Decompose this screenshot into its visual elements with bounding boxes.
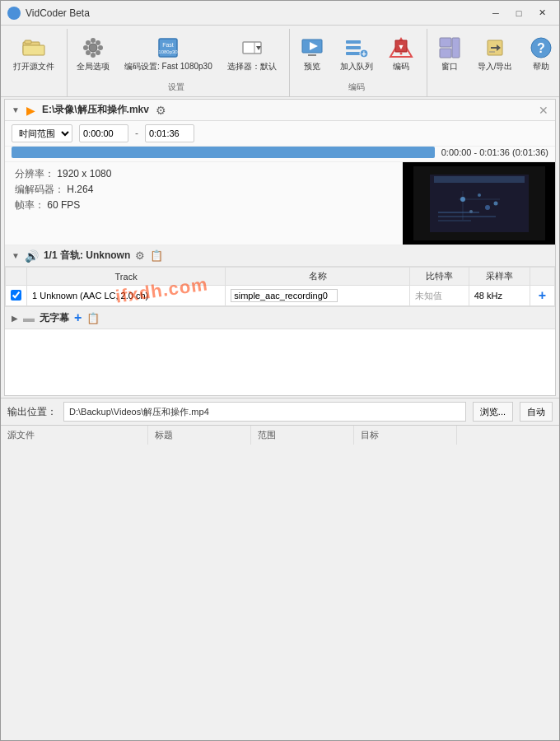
svg-rect-43 bbox=[434, 176, 525, 183]
track-desc: Unknown (AAC LC, 2.0 ch) bbox=[40, 291, 148, 301]
toolbar-group-settings: 全局选项 Fast 1080p30 编码设置: Fast 1080p30 bbox=[68, 29, 290, 96]
bottom-area bbox=[1, 445, 559, 740]
preview-label: 预览 bbox=[304, 61, 320, 72]
add-track-header bbox=[530, 268, 554, 286]
import-export-icon bbox=[482, 35, 508, 61]
svg-text:▼: ▼ bbox=[397, 43, 404, 51]
track-samplerate-cell: 48 kHz bbox=[469, 286, 530, 306]
svg-text:1080p30: 1080p30 bbox=[159, 49, 179, 54]
queue-source-header: 源文件 bbox=[1, 426, 148, 445]
track-checkbox-cell bbox=[6, 286, 27, 306]
add-track-button[interactable]: + bbox=[535, 288, 549, 303]
preview-button[interactable]: 预览 bbox=[293, 30, 331, 77]
toolbar: 打开源文件 bbox=[1, 26, 559, 97]
file-info: 分辨率： 1920 x 1080 编解码器： H.264 帧率： 60 FPS bbox=[5, 162, 403, 245]
selector-icon bbox=[239, 35, 265, 61]
toolbar-group-open: 打开源文件 bbox=[4, 29, 68, 96]
seek-bar-container bbox=[12, 147, 435, 158]
help-button[interactable]: ? 帮助 bbox=[522, 30, 560, 77]
codec-value: H.264 bbox=[67, 184, 93, 195]
source-filename: E:\录像\解压和操作.mkv bbox=[42, 103, 149, 117]
subtitle-section-header: ▶ ▬ 无字幕 + 📋 bbox=[5, 306, 555, 329]
selector-button[interactable]: 选择器：默认 bbox=[222, 30, 282, 77]
resolution-label: 分辨率： bbox=[15, 168, 54, 179]
main-content: ▼ ▶ E:\录像\解压和操作.mkv ⚙ ✕ 时间范围 - 0:00:00 -… bbox=[4, 99, 556, 396]
collapse-arrow-icon[interactable]: ▼ bbox=[12, 105, 20, 114]
source-gear-icon[interactable]: ⚙ bbox=[156, 104, 166, 117]
app-icon bbox=[7, 7, 21, 20]
audio-gear-icon[interactable]: ⚙ bbox=[135, 249, 145, 262]
audio-section-label: 1/1 音轨: Unknown bbox=[44, 249, 130, 263]
close-button[interactable]: ✕ bbox=[531, 5, 553, 21]
svg-rect-34 bbox=[452, 38, 460, 58]
audio-collapse-icon[interactable]: ▼ bbox=[12, 251, 20, 260]
time-start-input[interactable] bbox=[79, 124, 128, 142]
track-check-header bbox=[6, 268, 27, 286]
time-separator: - bbox=[135, 128, 138, 139]
svg-point-48 bbox=[485, 205, 490, 210]
main-window: VidCoder Beta ─ □ ✕ 打开源文件 bbox=[0, 0, 560, 741]
encoding-group-label: 编码 bbox=[293, 82, 420, 93]
svg-text:?: ? bbox=[537, 41, 545, 55]
window-label: 窗口 bbox=[441, 61, 458, 72]
svg-point-5 bbox=[91, 53, 96, 58]
subtitle-add-icon[interactable]: + bbox=[74, 310, 82, 325]
window-button[interactable]: 窗口 bbox=[431, 30, 469, 77]
queue-header: 源文件 标题 范围 目标 bbox=[1, 425, 559, 445]
svg-text:Fast: Fast bbox=[163, 42, 175, 48]
global-options-icon bbox=[80, 35, 106, 61]
encode-icon: ▼ bbox=[388, 35, 414, 61]
track-name-cell bbox=[226, 286, 410, 306]
seek-time-label: 0:00:00 - 0:01:36 (0:01:36) bbox=[441, 147, 548, 157]
svg-rect-20 bbox=[308, 54, 316, 56]
time-range-select[interactable]: 时间范围 bbox=[12, 124, 72, 142]
audio-copy-icon[interactable]: 📋 bbox=[150, 249, 163, 262]
track-name-input[interactable] bbox=[231, 289, 338, 302]
encode-button[interactable]: ▼ 编码 bbox=[382, 30, 420, 77]
track-checkbox[interactable] bbox=[11, 290, 21, 301]
svg-rect-32 bbox=[440, 38, 451, 47]
auto-button[interactable]: 自动 bbox=[520, 402, 553, 422]
codec-row: 编解码器： H.264 bbox=[15, 183, 393, 197]
audio-section-header: ▼ 🔊 1/1 音轨: Unknown ⚙ 📋 bbox=[5, 245, 555, 267]
source-header: ▼ ▶ E:\录像\解压和操作.mkv ⚙ ✕ bbox=[5, 100, 555, 121]
add-track-cell: + bbox=[530, 286, 554, 306]
source-play-icon: ▶ bbox=[26, 104, 35, 117]
queue-target-header: 目标 bbox=[354, 426, 457, 445]
help-label: 帮助 bbox=[533, 61, 549, 72]
open-source-button[interactable]: 打开源文件 bbox=[7, 30, 60, 77]
global-options-button[interactable]: 全局选项 bbox=[71, 30, 115, 77]
import-export-button[interactable]: 导入/导出 bbox=[472, 30, 519, 77]
bitrate-column-header: 比特率 bbox=[409, 268, 469, 286]
source-close-icon[interactable]: ✕ bbox=[539, 104, 548, 117]
import-export-label: 导入/导出 bbox=[478, 61, 513, 72]
add-to-queue-icon: + bbox=[343, 35, 370, 61]
time-end-input[interactable] bbox=[145, 124, 194, 142]
svg-text:+: + bbox=[362, 49, 366, 58]
seek-bar[interactable] bbox=[12, 147, 435, 158]
window-title: VidCoder Beta bbox=[26, 7, 485, 19]
maximize-button[interactable]: □ bbox=[508, 5, 530, 21]
svg-point-9 bbox=[96, 50, 100, 55]
output-bar: 输出位置： 浏览... 自动 bbox=[1, 398, 559, 425]
subtitle-collapse-icon[interactable]: ▶ bbox=[12, 314, 18, 323]
output-path-input[interactable] bbox=[63, 402, 466, 422]
encoding-settings-button[interactable]: Fast 1080p30 编码设置: Fast 1080p30 bbox=[119, 30, 218, 77]
seek-bar-row: 0:00:00 - 0:01:36 (0:01:36) bbox=[5, 147, 555, 162]
subtitle-copy-icon[interactable]: 📋 bbox=[86, 312, 100, 324]
svg-point-4 bbox=[91, 38, 96, 43]
minimize-button[interactable]: ─ bbox=[485, 5, 506, 21]
svg-rect-42 bbox=[430, 175, 529, 232]
svg-rect-1 bbox=[23, 45, 44, 55]
settings-group-label: 设置 bbox=[71, 82, 282, 93]
add-to-queue-button[interactable]: + 加入队列 bbox=[334, 30, 379, 77]
name-column-header: 名称 bbox=[226, 268, 410, 286]
selector-label: 选择器：默认 bbox=[227, 61, 277, 72]
svg-rect-2 bbox=[25, 40, 31, 44]
toolbar-group-window: 窗口 导入/导出 bbox=[427, 29, 560, 96]
open-source-icon bbox=[21, 35, 47, 61]
table-row: 1 Unknown (AAC LC, 2.0 ch) 未知值 48 kHz + bbox=[6, 286, 555, 306]
browse-button[interactable]: 浏览... bbox=[473, 402, 513, 422]
fps-label: 帧率： bbox=[15, 199, 44, 211]
track-id: 1 bbox=[32, 291, 37, 301]
